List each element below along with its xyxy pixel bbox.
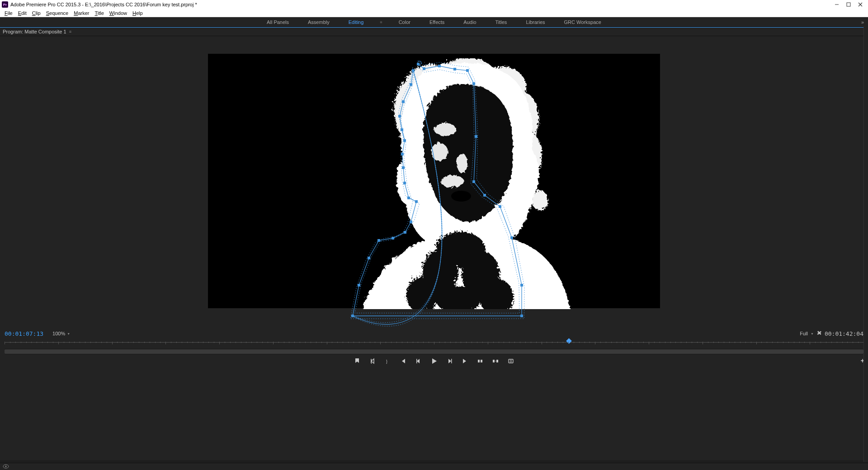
workspace-tab-editing[interactable]: Editing xyxy=(346,18,367,27)
menu-window[interactable]: Window xyxy=(107,10,130,16)
app-icon: Pr xyxy=(2,1,8,8)
minimize-button[interactable] xyxy=(831,0,843,9)
menu-help[interactable]: Help xyxy=(130,10,146,16)
workspace-tab-grc-workspace[interactable]: GRC Workspace xyxy=(561,18,604,27)
status-icon xyxy=(3,464,9,470)
status-bar xyxy=(0,463,868,470)
svg-point-11 xyxy=(433,122,455,135)
monitor-info-bar: 00:01:07:13 100% ▼ Full ▼ 00:01:42:04 xyxy=(0,329,868,338)
menu-sequence[interactable]: Sequence xyxy=(43,10,71,16)
time-ruler[interactable] xyxy=(5,339,863,347)
program-monitor-panel: 00:01:07:13 100% ▼ Full ▼ 00:01:42:04 {}… xyxy=(0,36,868,460)
out-point-button[interactable]: } xyxy=(384,357,392,365)
workspace-tab-audio[interactable]: Audio xyxy=(461,18,479,27)
workspace-menu-icon[interactable]: ≡ xyxy=(380,20,382,24)
menu-edit[interactable]: Edit xyxy=(15,10,29,16)
svg-point-34 xyxy=(5,465,7,467)
svg-rect-25 xyxy=(416,359,417,363)
menu-marker[interactable]: Marker xyxy=(71,10,92,16)
monitor-viewport[interactable] xyxy=(0,36,868,325)
workspace-tab-color[interactable]: Color xyxy=(396,18,413,27)
svg-rect-28 xyxy=(481,360,482,362)
svg-point-13 xyxy=(456,152,467,172)
step-forward-button[interactable] xyxy=(445,357,453,365)
svg-rect-30 xyxy=(496,360,498,362)
current-timecode[interactable]: 00:01:07:13 xyxy=(5,330,43,337)
svg-rect-31 xyxy=(509,359,513,363)
zoom-dropdown-icon[interactable]: ▼ xyxy=(67,332,70,335)
extract-button[interactable] xyxy=(491,357,500,365)
settings-icon[interactable] xyxy=(816,330,822,337)
svg-rect-27 xyxy=(478,360,480,362)
video-frame xyxy=(208,54,660,308)
window-title: Adobe Premiere Pro CC 2015.3 - E:\_2016\… xyxy=(10,2,831,7)
svg-point-15 xyxy=(451,191,471,202)
svg-point-14 xyxy=(439,174,463,187)
program-panel-header: Program: Matte Composite 1 ≡ xyxy=(0,27,868,36)
menu-title[interactable]: Title xyxy=(92,10,106,16)
workspace-overflow-button[interactable]: » xyxy=(861,19,863,25)
playback-resolution[interactable]: Full xyxy=(800,331,808,336)
svg-rect-26 xyxy=(451,359,452,363)
workspace-tab-effects[interactable]: Effects xyxy=(427,18,447,27)
playhead[interactable] xyxy=(566,338,572,344)
svg-point-12 xyxy=(430,142,447,160)
svg-point-32 xyxy=(510,360,512,362)
total-timecode: 00:01:42:04 xyxy=(825,330,863,337)
workspace-tab-titles[interactable]: Titles xyxy=(493,18,510,27)
menu-clip[interactable]: Clip xyxy=(29,10,43,16)
step-back-button[interactable] xyxy=(415,357,423,365)
mask-vertex[interactable] xyxy=(520,315,523,317)
program-panel-title: Program: Matte Composite 1 xyxy=(3,29,66,34)
matte-subject xyxy=(326,58,588,309)
menubar: FileEditClipSequenceMarkerTitleWindowHel… xyxy=(0,9,868,17)
lift-button[interactable] xyxy=(476,357,484,365)
svg-point-9 xyxy=(513,131,540,176)
timeline-scrollbar[interactable] xyxy=(5,349,863,354)
mask-vertex[interactable] xyxy=(351,315,354,317)
svg-rect-29 xyxy=(493,360,495,362)
close-button[interactable] xyxy=(854,0,866,9)
menu-file[interactable]: File xyxy=(2,10,15,16)
export-frame-button[interactable] xyxy=(507,357,515,365)
panel-menu-icon[interactable]: ≡ xyxy=(69,29,71,34)
in-point-button[interactable]: { xyxy=(368,357,377,365)
svg-text:}: } xyxy=(386,359,387,364)
marker-button[interactable] xyxy=(353,357,361,365)
workspace-tabs: All PanelsAssemblyEditing≡ColorEffectsAu… xyxy=(0,17,868,27)
panel-border-right xyxy=(863,26,868,462)
workspace-tab-all-panels[interactable]: All Panels xyxy=(264,18,292,27)
svg-point-10 xyxy=(530,188,546,208)
scrollbar-thumb[interactable] xyxy=(5,349,863,354)
play-button[interactable] xyxy=(430,357,438,365)
transport-controls: {} xyxy=(0,356,868,366)
window-titlebar: Pr Adobe Premiere Pro CC 2015.3 - E:\_20… xyxy=(0,0,868,9)
goto-out-button[interactable] xyxy=(461,357,469,365)
workspace-tab-libraries[interactable]: Libraries xyxy=(523,18,547,27)
svg-rect-1 xyxy=(847,3,850,6)
workspace-tab-assembly[interactable]: Assembly xyxy=(305,18,332,27)
goto-in-button[interactable] xyxy=(399,357,407,365)
maximize-button[interactable] xyxy=(843,0,854,9)
resolution-dropdown-icon[interactable]: ▼ xyxy=(811,332,814,335)
svg-text:{: { xyxy=(371,359,372,364)
zoom-level[interactable]: 100% xyxy=(52,331,65,336)
